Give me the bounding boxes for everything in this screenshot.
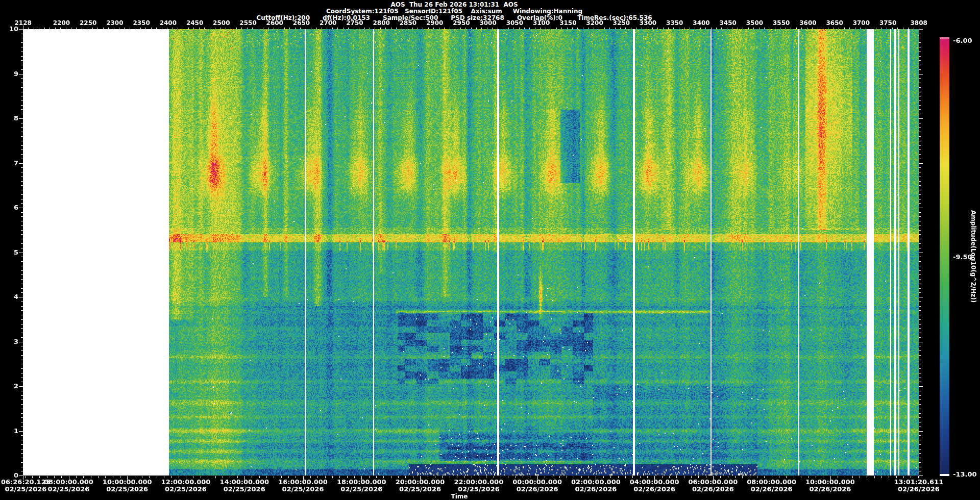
record-number-tick-label: 2700 [320,19,336,27]
time-tick-label: 02:00:00.00002/26/2026 [571,479,621,493]
frequency-tick-label: 9 [2,70,18,78]
record-number-tick-label: 3400 [693,19,709,27]
record-number-tick-label: 3000 [479,19,496,27]
time-axis-title: Time [429,493,490,500]
record-number-tick-label: 2500 [213,19,230,27]
frequency-tick-label: 5 [2,248,18,256]
record-number-tick-label: 3450 [720,19,737,27]
time-tick-date: 02/25/2026 [454,486,503,493]
record-number-tick-label: 2450 [186,19,203,27]
record-number-tick-label: 2550 [239,19,256,27]
time-tick-time: 13:01:20.611 [894,479,944,486]
time-tick-label: 04:00:00.00002/26/2026 [630,479,679,493]
time-tick-date: 02/26/2026 [689,486,738,493]
time-tick-label: 10:00:00.00002/25/2026 [103,479,152,493]
frequency-tick-label: 7 [2,159,18,167]
time-tick-time: 10:00:00.000 [103,479,152,486]
time-tick-time: 06:26:20.125 [1,479,51,486]
frequency-tick-label: 4 [2,293,18,301]
time-tick-time: 00:00:00.000 [512,479,562,486]
time-tick-date: 02/26/2026 [894,486,944,493]
record-number-tick-label: 2200 [53,19,70,27]
time-tick-date: 02/25/2026 [396,486,445,493]
record-number-tick-label: 2300 [106,19,123,27]
record-number-tick-label: 3808 [911,19,927,27]
header-title-line: AOS Thu 26 Feb 2026 13:01:31 AOS [0,1,909,8]
record-number-tick-label: 2900 [426,19,443,27]
frequency-tick-label: 3 [2,338,18,345]
record-number-tick-label: 2600 [266,19,283,27]
time-tick-date: 02/26/2026 [630,486,679,493]
record-number-tick-label: 3500 [746,19,763,27]
colorbar-underflow-cap [940,474,949,476]
time-tick-time: 06:00:00.000 [689,479,738,486]
record-number-tick-label: 3750 [879,19,896,27]
header-config-line: CoordSystem:121f05 SensorID:121f05 Axis:… [0,8,909,15]
record-number-tick-label: 3200 [586,19,603,27]
time-tick-label: 18:00:00.00002/25/2026 [337,479,386,493]
time-tick-label: 08:00:00.00002/26/2026 [747,479,796,493]
time-tick-date: 02/25/2026 [219,486,269,493]
time-tick-label: 16:00:00.00002/25/2026 [278,479,328,493]
record-number-tick-label: 3300 [640,19,656,27]
time-tick-label: 06:26:20.12502/25/2026 [1,479,51,493]
frequency-tick-label: 2 [2,382,18,390]
time-tick-time: 22:00:00.000 [454,479,503,486]
time-tick-date: 02/25/2026 [44,486,93,493]
time-tick-label: 08:00:00.00002/25/2026 [44,479,93,493]
record-number-tick-label: 2400 [160,19,177,27]
record-number-tick-label: 3250 [613,19,630,27]
record-number-tick-label: 3550 [773,19,790,27]
time-tick-date: 02/25/2026 [161,486,211,493]
time-tick-label: 10:00:00.00002/26/2026 [805,479,855,493]
time-tick-time: 12:00:00.000 [161,479,211,486]
spectrogram-plot[interactable] [23,29,919,476]
aos-spectrogram-window: AOS Thu 26 Feb 2026 13:01:31 AOS CoordSy… [0,0,980,500]
time-tick-date: 02/26/2026 [805,486,855,493]
time-tick-date: 02/26/2026 [571,486,621,493]
time-tick-date: 02/26/2026 [512,486,562,493]
time-tick-time: 18:00:00.000 [337,479,386,486]
time-tick-label: 00:00:00.00002/26/2026 [512,479,562,493]
record-number-tick-label: 2250 [80,19,96,27]
time-tick-time: 04:00:00.000 [630,479,679,486]
time-tick-time: 08:00:00.000 [44,479,93,486]
time-tick-time: 08:00:00.000 [747,479,796,486]
frequency-tick-label: 10 [2,25,18,33]
record-number-tick-label: 2350 [133,19,150,27]
frequency-tick-label: 8 [2,114,18,122]
record-number-tick-label: 2750 [346,19,363,27]
record-number-tick-label: 3050 [506,19,523,27]
time-tick-time: 20:00:00.000 [396,479,445,486]
record-number-tick-label: 3650 [826,19,843,27]
time-tick-label: 20:00:00.00002/25/2026 [396,479,445,493]
time-tick-time: 10:00:00.000 [805,479,855,486]
frequency-tick-label: 1 [2,427,18,435]
record-number-tick-label: 3700 [853,19,870,27]
time-tick-label: 06:00:00.00002/26/2026 [689,479,738,493]
record-number-tick-label: 2650 [293,19,310,27]
colorbar-title: Amplitude(Log10(g^2/Hz)) [970,39,977,474]
record-number-tick-label: 2800 [373,19,390,27]
time-tick-date: 02/26/2026 [747,486,796,493]
record-number-tick-label: 3350 [666,19,683,27]
colorbar-mid-label: -9.50 [953,253,972,261]
time-tick-label: 12:00:00.00002/25/2026 [161,479,211,493]
record-number-tick-label: 3150 [559,19,576,27]
time-tick-date: 02/25/2026 [103,486,152,493]
time-tick-time: 16:00:00.000 [278,479,328,486]
colorbar-gradient [940,39,949,474]
time-tick-time: 02:00:00.000 [571,479,621,486]
time-tick-label: 14:00:00.00002/25/2026 [219,479,269,493]
frequency-tick-label: 6 [2,204,18,211]
colorbar-max-label: -6.00 [953,37,972,44]
time-tick-date: 02/25/2026 [278,486,328,493]
time-tick-time: 14:00:00.000 [219,479,269,486]
time-tick-label: 13:01:20.61102/26/2026 [894,479,944,493]
record-number-tick-label: 3100 [533,19,550,27]
record-number-tick-label: 2850 [400,19,416,27]
record-number-tick-label: 2950 [453,19,470,27]
record-number-tick-label: 3600 [799,19,816,27]
time-tick-date: 02/25/2026 [337,486,386,493]
time-tick-date: 02/25/2026 [1,486,51,493]
